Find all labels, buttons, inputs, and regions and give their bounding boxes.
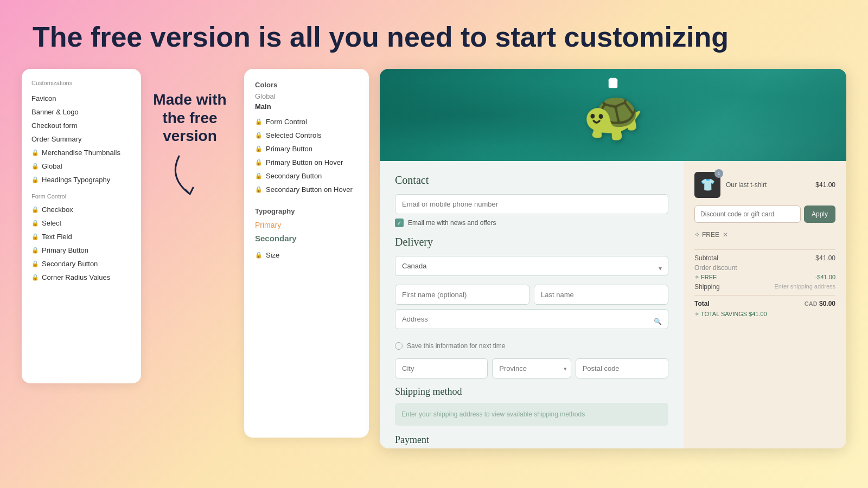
color-selected-controls[interactable]: 🔒Selected Controls [255, 129, 358, 142]
nav-merchandise-thumbnails[interactable]: 🔒Merchandise Thumbnails [31, 146, 131, 159]
total-line: Total CAD $0.00 [694, 300, 835, 307]
order-item-name: Our last t-shirt [726, 181, 810, 189]
email-checkbox-label: Email me with news and offers [408, 219, 496, 227]
nav-headings-typography[interactable]: 🔒Headings Typography [31, 173, 131, 187]
total-label: Total [694, 300, 710, 307]
first-name-input[interactable] [395, 285, 529, 305]
shipping-line: Shipping Enter shipping address [694, 283, 835, 291]
free-discount-value: -$41.00 [815, 274, 835, 281]
total-amount: $0.00 [819, 300, 835, 307]
discount-row: Apply [694, 206, 835, 223]
order-item-price: $41.00 [815, 181, 835, 189]
typography-secondary[interactable]: Secondary [255, 232, 358, 245]
annotation-arrow [163, 151, 217, 207]
left-customizations-panel: Customizations Favicon Banner & Logo Che… [22, 69, 141, 383]
subtotal-label: Subtotal [694, 254, 718, 262]
item-quantity-badge: 1 [714, 169, 723, 178]
nav-checkbox[interactable]: 🔒Checkbox [31, 203, 131, 216]
order-item-info: Our last t-shirt [726, 181, 810, 189]
order-divider-2 [694, 295, 835, 296]
total-currency: CAD [805, 300, 818, 307]
free-code-label: FREE [702, 231, 719, 239]
color-form-control[interactable]: 🔒Form Control [255, 115, 358, 129]
shipping-label: Shipping [694, 283, 720, 291]
nav-favicon[interactable]: Favicon [31, 92, 131, 105]
shipping-title: Shipping method [395, 386, 668, 397]
apply-button[interactable]: Apply [804, 206, 835, 223]
province-chevron-icon: ▾ [564, 365, 567, 372]
free-discount-label: ✧ FREE [694, 274, 717, 281]
order-item: 👕 1 Our last t-shirt $41.00 [694, 172, 835, 198]
typography-section: Typography Primary Secondary 🔒Size [255, 207, 358, 262]
city-input[interactable] [395, 358, 488, 378]
delivery-title: Delivery [395, 236, 668, 248]
free-tag-badge: ✧ FREE [694, 231, 719, 239]
country-chevron-icon: ▾ [659, 265, 662, 272]
color-primary-button[interactable]: 🔒Primary Button [255, 142, 358, 156]
nav-text-field[interactable]: 🔒Text Field [31, 230, 131, 243]
total-value: CAD $0.00 [805, 300, 835, 307]
order-summary-panel: 👕 1 Our last t-shirt $41.00 Apply [684, 161, 846, 448]
order-discount-label: Order discount [694, 264, 737, 272]
typography-size[interactable]: 🔒Size [255, 248, 358, 262]
order-item-thumbnail: 👕 1 [694, 172, 720, 198]
order-discount-label-line: Order discount [694, 264, 835, 272]
country-select-wrapper: ▾ [395, 256, 668, 280]
city-province-postal-row: ▾ [395, 358, 668, 378]
turtle-icon: 🐢 [583, 91, 643, 139]
tshirt-icon: 👕 [700, 178, 715, 192]
savings-label: ✧ TOTAL SAVINGS $41.00 [694, 311, 767, 318]
form-control-section-label: Form Control [31, 193, 131, 200]
subtotal-value: $41.00 [815, 254, 835, 262]
name-row [395, 285, 668, 305]
address-input[interactable] [395, 309, 668, 329]
nav-checkout-form[interactable]: Checkout form [31, 119, 131, 132]
shipping-value: Enter shipping address [774, 283, 835, 291]
contact-title: Contact [395, 174, 668, 187]
country-select[interactable] [395, 256, 668, 276]
save-info-row: Save this information for next time [395, 342, 668, 350]
nav-global[interactable]: 🔒Global [31, 159, 131, 173]
nav-order-summary[interactable]: Order Summary [31, 132, 131, 146]
color-primary-button-hover[interactable]: 🔒Primary Button on Hover [255, 156, 358, 169]
page-title: The free version is all you need to star… [0, 0, 868, 69]
color-secondary-button[interactable]: 🔒Secondary Button [255, 169, 358, 183]
global-label: Global [255, 92, 358, 100]
discount-input[interactable] [694, 206, 801, 223]
contact-email-input[interactable] [395, 194, 668, 214]
typography-title: Typography [255, 207, 358, 215]
payment-subtitle: All transactions are secure and encrypte… [395, 448, 668, 448]
save-info-label: Save this information for next time [407, 342, 505, 350]
savings-line: ✧ TOTAL SAVINGS $41.00 [694, 311, 835, 318]
email-checkbox[interactable]: ✓ [395, 219, 404, 227]
nav-primary-button[interactable]: 🔒Primary Button [31, 243, 131, 257]
cart-icon [607, 77, 619, 92]
typography-primary[interactable]: Primary [255, 219, 358, 232]
shipping-placeholder: Enter your shipping address to view avai… [395, 403, 668, 426]
last-name-input[interactable] [534, 285, 668, 305]
nav-select[interactable]: 🔒Select [31, 216, 131, 230]
colors-title: Colors [255, 81, 358, 89]
annotation-area: Made with the free version [141, 69, 239, 486]
payment-title: Payment [395, 434, 668, 446]
checkout-header: 🐢 [380, 69, 846, 161]
checkout-preview: 🐢 Contact ✓ Email me with news and offer… [380, 69, 846, 448]
checkout-body: Contact ✓ Email me with news and offers … [380, 161, 846, 448]
email-offers-row: ✓ Email me with news and offers [395, 219, 668, 227]
nav-corner-radius[interactable]: 🔒Corner Radius Values [31, 271, 131, 284]
free-tag: ✧ FREE ✕ [694, 231, 728, 239]
customizations-section-title: Customizations [31, 80, 131, 86]
order-divider [694, 249, 835, 250]
color-secondary-button-hover[interactable]: 🔒Secondary Button on Hover [255, 183, 358, 196]
postal-input[interactable] [576, 358, 668, 378]
free-discount-line: ✧ FREE -$41.00 [694, 274, 835, 281]
payment-section: Payment All transactions are secure and … [395, 434, 668, 448]
nav-secondary-button[interactable]: 🔒Secondary Button [31, 257, 131, 271]
remove-free-tag-button[interactable]: ✕ [723, 231, 728, 239]
middle-colors-panel: Colors Global Main 🔒Form Control 🔒Select… [244, 69, 369, 438]
province-select[interactable] [492, 358, 571, 378]
nav-banner-logo[interactable]: Banner & Logo [31, 105, 131, 119]
main-label[interactable]: Main [255, 102, 358, 111]
address-wrapper: 🔍 [395, 309, 668, 333]
save-info-checkbox[interactable] [395, 342, 403, 350]
